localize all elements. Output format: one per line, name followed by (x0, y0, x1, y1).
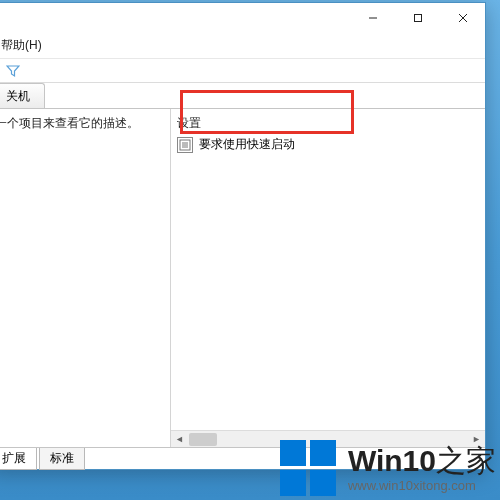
titlebar (0, 3, 485, 33)
right-pane: 设置 要求使用快速启动 ◄ ► (171, 109, 485, 447)
tab-shutdown[interactable]: 关机 (0, 83, 45, 108)
watermark-url: www.win10xitong.com (348, 479, 496, 493)
policy-item-label: 要求使用快速启动 (199, 136, 295, 153)
column-header-settings[interactable]: 设置 (171, 115, 485, 134)
scroll-left-arrow-icon[interactable]: ◄ (171, 431, 188, 448)
filter-icon[interactable] (4, 62, 22, 80)
close-button[interactable] (440, 3, 485, 33)
scroll-thumb[interactable] (189, 433, 217, 446)
tab-standard[interactable]: 标准 (39, 448, 85, 470)
minimize-button[interactable] (350, 3, 395, 33)
tab-row: 关机 (0, 83, 485, 109)
svg-rect-1 (414, 15, 421, 22)
description-hint: 一个项目来查看它的描述。 (0, 109, 170, 138)
left-pane: 一个项目来查看它的描述。 (0, 109, 171, 447)
content-area: 一个项目来查看它的描述。 设置 要求使用快速启动 ◄ ► (0, 109, 485, 447)
windows-logo-icon (280, 440, 338, 498)
menubar: 帮助(H) (0, 33, 485, 59)
watermark-title: Win10之家 (348, 445, 496, 477)
app-window: 帮助(H) 关机 一个项目来查看它的描述。 设置 要求使用快速启动 (0, 2, 486, 470)
policy-icon (177, 137, 193, 153)
watermark: Win10之家 www.win10xitong.com (280, 440, 496, 498)
menu-help[interactable]: 帮助(H) (0, 35, 46, 56)
policy-item-fast-startup[interactable]: 要求使用快速启动 (171, 134, 485, 155)
maximize-button[interactable] (395, 3, 440, 33)
tab-extended[interactable]: 扩展 (0, 448, 37, 470)
toolbar (0, 59, 485, 83)
